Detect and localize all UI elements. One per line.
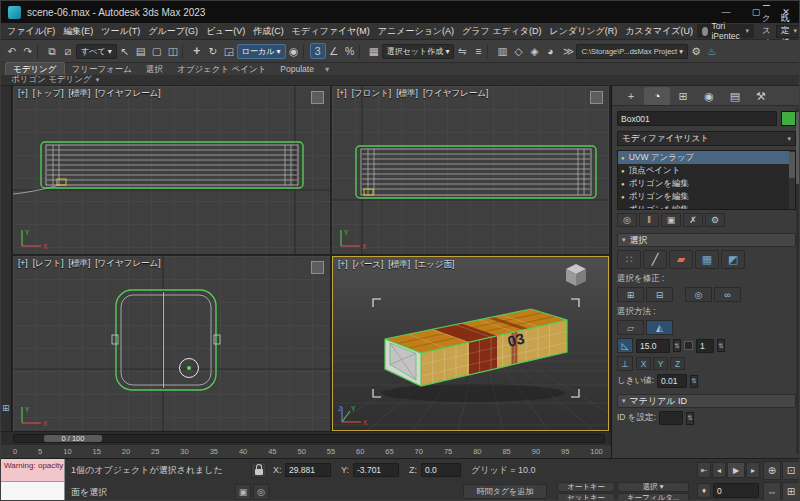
auto-key-button[interactable]: オートキー: [557, 482, 615, 492]
redo-icon[interactable]: ↷: [20, 43, 36, 59]
minimize-button[interactable]: —: [711, 1, 741, 23]
modifier-list-dropdown[interactable]: モディファイヤリスト ▾: [617, 131, 796, 146]
menu-item[interactable]: モディファイヤ(M): [288, 23, 374, 40]
edge-subobject-button[interactable]: ╱: [643, 250, 667, 269]
material-id-select-field[interactable]: 1: [696, 339, 714, 353]
set-id-field[interactable]: [659, 411, 683, 425]
selection-method-button-a[interactable]: ▱: [617, 320, 644, 335]
spinner-up-down[interactable]: ⇅: [686, 412, 694, 425]
time-slider[interactable]: 0 / 100: [1, 431, 611, 444]
next-frame-button[interactable]: ▸: [746, 462, 760, 478]
loop-selection-button[interactable]: ∞: [714, 287, 741, 302]
toggle-scene-explorer-icon[interactable]: ▥: [494, 43, 510, 59]
viewport-label[interactable]: [+]: [337, 88, 347, 100]
viewcube[interactable]: [590, 91, 603, 104]
stack-scrollbar[interactable]: [789, 151, 795, 209]
ribbon-config-icon[interactable]: ▾: [321, 63, 333, 75]
current-frame-field[interactable]: 0: [713, 483, 759, 498]
viewport-label[interactable]: [レフト]: [33, 258, 64, 270]
curve-editor-icon[interactable]: ◇: [510, 43, 526, 59]
rectangular-selection-region-icon[interactable]: ▢: [149, 43, 165, 59]
project-folder-field[interactable]: C:\Storage\P...dsMax Project ▾: [576, 44, 688, 59]
select-and-rotate-icon[interactable]: ↻: [205, 43, 221, 59]
selection-lock-toggle[interactable]: [251, 462, 267, 478]
viewport-label[interactable]: [パース]: [353, 259, 384, 271]
viewport-label[interactable]: [フロント]: [352, 88, 392, 100]
menu-item[interactable]: カスタマイズ(U): [621, 23, 697, 40]
tab-selection[interactable]: 選択: [139, 63, 170, 75]
make-unique-button[interactable]: ▣: [661, 213, 681, 227]
y-coordinate-field[interactable]: -3.701: [353, 463, 399, 477]
viewport-label[interactable]: [+]: [18, 88, 28, 100]
axis-x-button[interactable]: X: [636, 357, 651, 370]
selection-rollout-header[interactable]: ▾ 選択: [617, 233, 796, 247]
display-tab[interactable]: ▤: [722, 87, 748, 105]
render-setup-icon[interactable]: ⚙: [688, 43, 704, 59]
menu-item[interactable]: ビュー(V): [202, 23, 249, 40]
tab-populate[interactable]: Populate: [273, 63, 321, 75]
viewport-label[interactable]: [ワイヤフレーム]: [95, 88, 160, 100]
unlink-selection-icon[interactable]: ⧄: [60, 43, 76, 59]
viewport-layout-tab-icon[interactable]: ⊞: [2, 403, 10, 413]
select-and-scale-icon[interactable]: ◲: [221, 43, 237, 59]
zoom-button[interactable]: ⊕: [763, 461, 781, 480]
viewport-label[interactable]: [標準]: [396, 88, 418, 100]
z-coordinate-field[interactable]: 0.0: [421, 463, 461, 477]
menu-item[interactable]: 作成(C): [249, 23, 288, 40]
modifier-visibility-icon[interactable]: ●: [621, 194, 625, 200]
set-key-button[interactable]: セットキー: [557, 493, 615, 501]
object-color-swatch[interactable]: [781, 111, 796, 126]
viewport-label[interactable]: [標準]: [69, 88, 91, 100]
axis-y-button[interactable]: Y: [653, 357, 668, 370]
selection-filter-dropdown[interactable]: すべて ▾: [76, 44, 117, 59]
mirror-icon[interactable]: ⇋: [454, 43, 470, 59]
modifier-stack-item[interactable]: ●ポリゴンを編集: [618, 203, 795, 210]
object-name-field[interactable]: Box001: [617, 111, 777, 126]
axis-z-button[interactable]: Z: [670, 357, 685, 370]
modifier-visibility-icon[interactable]: ●: [621, 155, 625, 161]
hierarchy-tab[interactable]: ⊞: [670, 87, 696, 105]
maximize-viewport-toggle[interactable]: ⊞: [782, 482, 800, 501]
material-editor-icon[interactable]: ◕: [542, 43, 558, 59]
time-slider-grip[interactable]: 0 / 100: [44, 435, 102, 442]
offset-mode-toggle[interactable]: ◎: [253, 484, 269, 500]
previous-frame-button[interactable]: ◂: [712, 462, 726, 478]
time-slider-track[interactable]: 0 / 100: [13, 434, 605, 443]
modifier-visibility-icon[interactable]: ●: [621, 168, 625, 174]
selection-method-button-b[interactable]: ◭: [646, 320, 673, 335]
snap-toggle-3d-icon[interactable]: 3: [310, 43, 326, 59]
viewcube[interactable]: [311, 91, 324, 104]
top-viewport[interactable]: [+][トップ][標準][ワイヤフレーム] X Y: [13, 86, 330, 254]
left-viewport[interactable]: [+][レフト][標準][ワイヤフレーム] X Y: [13, 256, 330, 431]
front-viewport[interactable]: [+][フロント][標準][ワイヤフレーム] X Y: [332, 86, 609, 254]
vertex-subobject-button[interactable]: ∷: [617, 250, 641, 269]
render-production-icon[interactable]: ♨: [704, 43, 720, 59]
go-to-start-button[interactable]: ⇤: [697, 462, 711, 478]
menu-item[interactable]: グラフ エディタ(D): [458, 23, 545, 40]
create-tab[interactable]: +: [618, 87, 644, 105]
viewport-label[interactable]: [標準]: [69, 258, 91, 270]
modifier-visibility-icon[interactable]: ●: [621, 181, 625, 187]
viewport-label[interactable]: [+]: [338, 259, 348, 271]
threshold-field[interactable]: 0.01: [657, 374, 687, 388]
menu-item[interactable]: ファイル(F): [3, 23, 59, 40]
shrink-selection-button[interactable]: ⊟: [646, 287, 673, 302]
ignore-backfacing-toggle[interactable]: ◩: [721, 250, 745, 269]
panel-scrollbar[interactable]: [796, 108, 800, 454]
spinner-up-down[interactable]: ⇅: [690, 375, 698, 388]
method-checkbox[interactable]: [684, 341, 693, 350]
modifier-stack-item[interactable]: ●頂点ペイント: [618, 164, 795, 177]
select-and-link-icon[interactable]: ⧉: [44, 43, 60, 59]
percent-snap-toggle-icon[interactable]: %: [342, 43, 358, 59]
undo-icon[interactable]: ↶: [4, 43, 20, 59]
spinner-up-down[interactable]: ⇅: [717, 339, 725, 352]
viewport-label[interactable]: [エッジ面]: [415, 259, 454, 271]
show-end-result-button[interactable]: ‖: [639, 213, 659, 227]
modifier-visibility-icon[interactable]: ●: [621, 207, 625, 211]
key-filters-button[interactable]: キーフィルタ...: [617, 493, 689, 501]
grow-selection-button[interactable]: ⊞: [617, 287, 644, 302]
select-and-move-icon[interactable]: +: [189, 43, 205, 59]
align-icon[interactable]: ≡: [470, 43, 486, 59]
schematic-view-icon[interactable]: ◈: [526, 43, 542, 59]
select-by-element-toggle[interactable]: ▦: [695, 250, 719, 269]
